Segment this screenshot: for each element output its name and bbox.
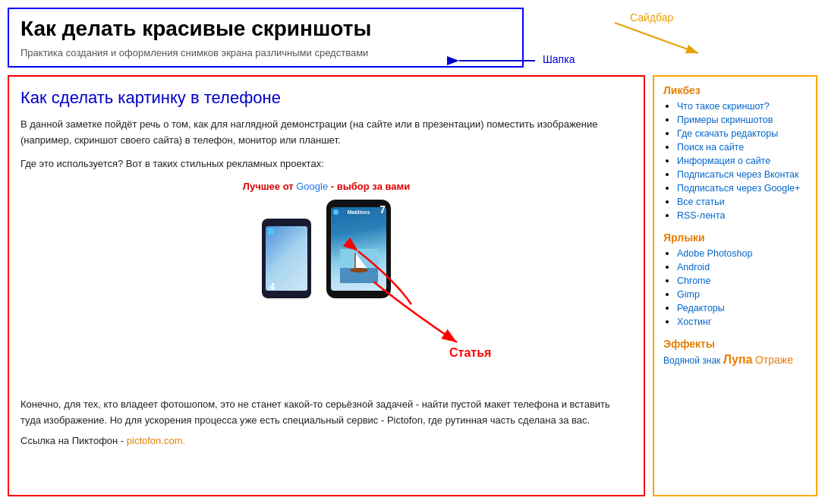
link-chto-takoe[interactable]: Что такое скриншот? (677, 101, 770, 112)
ad-suffix: - (331, 181, 337, 192)
sidebar-section-likvez: Ликбез Что такое скриншот? Примеры скрин… (663, 84, 807, 221)
list-item: Редакторы (677, 302, 807, 313)
article-para1: В данной заметке пойдёт речь о том, как … (20, 117, 632, 149)
link-photoshop[interactable]: Adobe Photoshop (677, 248, 752, 259)
list-item: Что такое скриншот? (677, 100, 807, 112)
list-item: Chrome (677, 275, 807, 286)
para4-prefix: Ссылка на Пиктофон - (20, 435, 127, 446)
link-otrahe[interactable]: Отраже (755, 354, 793, 366)
sidebar-likvez-list: Что такое скриншот? Примеры скриншотов Г… (663, 100, 807, 221)
ad-label: Лучшее от Google - выбор за вами (20, 181, 632, 192)
sidebar-yarlyiki-title: Ярлыки (663, 232, 807, 244)
article-para4: Ссылка на Пиктофон - pictofon.com. (20, 435, 632, 446)
sidebar-yarlyiki-list: Adobe Photoshop Android Chrome Gimp Реда… (663, 247, 807, 327)
list-item: Поиск на сайте (677, 141, 807, 153)
sidebar-effects: Эффекты Водяной знак Лупа Отраже (663, 338, 807, 367)
link-chrome[interactable]: Chrome (677, 276, 710, 286)
link-info[interactable]: Информация о сайте (677, 156, 770, 166)
link-android[interactable]: Android (677, 262, 710, 272)
sidebar-effects-links: Водяной знак Лупа Отраже (663, 353, 807, 367)
header-title: Как делать красивые скриншоты (20, 17, 511, 41)
phone-small: 4 (262, 219, 311, 298)
sidebar-likvez-title: Ликбез (663, 84, 807, 96)
label-saybar: Сайдбар (630, 11, 673, 24)
link-primery[interactable]: Примеры скриншотов (677, 115, 773, 125)
phone-num-small: 4 (269, 281, 275, 292)
list-item: Информация о сайте (677, 155, 807, 166)
phones-container: 4 Maldives (20, 200, 632, 298)
link-all-articles[interactable]: Все статьи (677, 197, 725, 207)
ad-block: Лучшее от Google - выбор за вами 4 (20, 181, 632, 298)
link-rss[interactable]: RSS-лента (677, 210, 726, 221)
link-gplus[interactable]: Подписаться через Google+ (677, 183, 800, 194)
list-item: RSS-лента (677, 209, 807, 221)
link-vk[interactable]: Подписаться через Вконтак (677, 169, 798, 180)
list-item: Adobe Photoshop (677, 247, 807, 259)
blue-arrow (455, 49, 539, 75)
link-poisk[interactable]: Поиск на сайте (677, 142, 744, 153)
article-para3: Конечно, для тех, кто владеет фотошопом,… (20, 397, 632, 429)
ad-choice: выбор за вами (337, 181, 410, 192)
main-row: Как сделать картинку в телефоне В данной… (8, 75, 817, 496)
label-statya: Статья (449, 346, 491, 360)
label-shapka: Шапка (543, 53, 575, 65)
header-subtitle: Практика создания и оформления снимков э… (20, 47, 511, 58)
red-arrow-down (366, 274, 464, 353)
link-gimp[interactable]: Gimp (677, 289, 700, 300)
ad-google-link[interactable]: Google (296, 181, 328, 192)
ad-prefix: Лучшее от (243, 181, 296, 192)
page-wrapper: Как делать красивые скриншоты Практика с… (0, 0, 825, 504)
pictofon-link[interactable]: pictofon.com. (127, 435, 185, 446)
phone-dot (268, 228, 274, 235)
link-lupa[interactable]: Лупа (723, 353, 753, 366)
sidebar-section-yarlyiki: Ярлыки Adobe Photoshop Android Chrome Gi… (663, 232, 807, 327)
list-item: Подписаться через Google+ (677, 182, 807, 194)
phone-screen-text: Maldives (331, 209, 386, 215)
sidebar-effects-title: Эффекты (663, 338, 807, 350)
link-vodyanoy[interactable]: Водяной знак (663, 355, 720, 366)
list-item: Подписаться через Вконтак (677, 169, 807, 180)
list-item: Где скачать редакторы (677, 128, 807, 139)
list-item: Хостинг (677, 316, 807, 327)
list-item: Примеры скриншотов (677, 114, 807, 125)
header-box: Как делать красивые скриншоты Практика с… (8, 8, 524, 68)
link-redaktory[interactable]: Редакторы (677, 303, 725, 313)
article-title: Как сделать картинку в телефоне (20, 88, 632, 108)
article-box: Как сделать картинку в телефоне В данной… (8, 75, 645, 496)
link-gde-skachat[interactable]: Где скачать редакторы (677, 128, 778, 139)
list-item: Android (677, 261, 807, 272)
sidebar-box: Ликбез Что такое скриншот? Примеры скрин… (653, 75, 817, 496)
link-hosting[interactable]: Хостинг (677, 317, 712, 327)
list-item: Gimp (677, 288, 807, 300)
svg-line-1 (615, 23, 698, 53)
article-para2: Где это используется? Вот в таких стильн… (20, 156, 632, 172)
list-item: Все статьи (677, 196, 807, 207)
